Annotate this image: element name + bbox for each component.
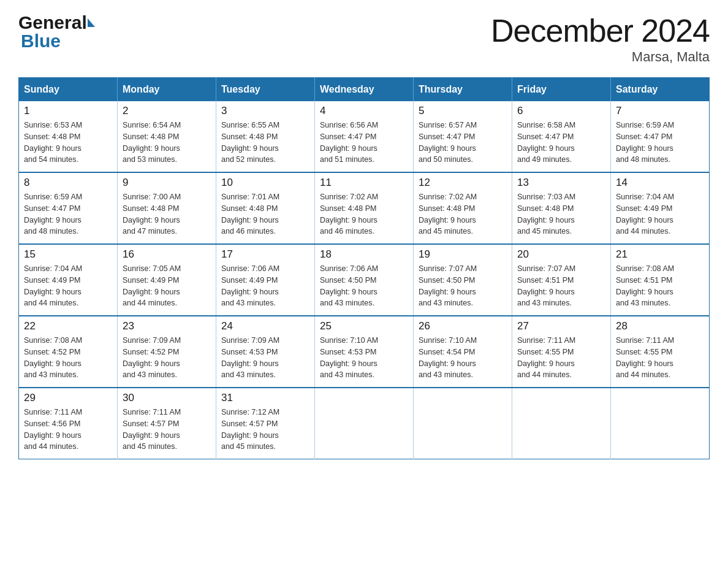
day-number: 25 bbox=[320, 320, 408, 332]
day-number: 6 bbox=[517, 105, 605, 117]
day-info: Sunrise: 6:55 AM Sunset: 4:48 PM Dayligh… bbox=[221, 120, 309, 166]
day-info: Sunrise: 7:04 AM Sunset: 4:49 PM Dayligh… bbox=[616, 191, 704, 237]
calendar-header-friday: Friday bbox=[512, 78, 611, 102]
day-info: Sunrise: 7:07 AM Sunset: 4:50 PM Dayligh… bbox=[419, 263, 507, 309]
calendar-cell: 7 Sunrise: 6:59 AM Sunset: 4:47 PM Dayli… bbox=[611, 101, 710, 172]
day-number: 28 bbox=[616, 320, 704, 332]
day-number: 18 bbox=[320, 248, 408, 261]
day-number: 13 bbox=[517, 177, 605, 189]
logo-arrow-icon bbox=[88, 18, 95, 27]
calendar-cell: 10 Sunrise: 7:01 AM Sunset: 4:48 PM Dayl… bbox=[216, 172, 315, 244]
calendar-cell bbox=[611, 388, 710, 459]
day-info: Sunrise: 6:53 AM Sunset: 4:48 PM Dayligh… bbox=[24, 120, 112, 166]
calendar-cell: 4 Sunrise: 6:56 AM Sunset: 4:47 PM Dayli… bbox=[315, 101, 414, 172]
calendar-header-thursday: Thursday bbox=[414, 78, 512, 102]
calendar-cell: 21 Sunrise: 7:08 AM Sunset: 4:51 PM Dayl… bbox=[611, 244, 710, 316]
calendar-cell: 31 Sunrise: 7:12 AM Sunset: 4:57 PM Dayl… bbox=[216, 388, 315, 459]
day-info: Sunrise: 6:54 AM Sunset: 4:48 PM Dayligh… bbox=[123, 120, 211, 166]
calendar-cell: 26 Sunrise: 7:10 AM Sunset: 4:54 PM Dayl… bbox=[414, 316, 512, 388]
day-info: Sunrise: 7:09 AM Sunset: 4:52 PM Dayligh… bbox=[123, 335, 211, 381]
logo: General Blue bbox=[18, 12, 95, 52]
calendar-cell: 2 Sunrise: 6:54 AM Sunset: 4:48 PM Dayli… bbox=[118, 101, 216, 172]
calendar-cell: 3 Sunrise: 6:55 AM Sunset: 4:48 PM Dayli… bbox=[216, 101, 315, 172]
day-info: Sunrise: 7:11 AM Sunset: 4:56 PM Dayligh… bbox=[24, 407, 112, 453]
calendar-table: SundayMondayTuesdayWednesdayThursdayFrid… bbox=[18, 77, 710, 459]
day-number: 20 bbox=[517, 248, 605, 261]
day-info: Sunrise: 6:58 AM Sunset: 4:47 PM Dayligh… bbox=[517, 120, 605, 166]
day-info: Sunrise: 7:00 AM Sunset: 4:48 PM Dayligh… bbox=[123, 191, 211, 237]
calendar-week-4: 22 Sunrise: 7:08 AM Sunset: 4:52 PM Dayl… bbox=[19, 316, 710, 388]
day-info: Sunrise: 7:06 AM Sunset: 4:49 PM Dayligh… bbox=[221, 263, 309, 309]
day-number: 11 bbox=[320, 177, 408, 189]
calendar-header-monday: Monday bbox=[118, 78, 216, 102]
day-number: 15 bbox=[24, 248, 112, 261]
day-info: Sunrise: 7:11 AM Sunset: 4:55 PM Dayligh… bbox=[616, 335, 704, 381]
calendar-cell: 22 Sunrise: 7:08 AM Sunset: 4:52 PM Dayl… bbox=[19, 316, 118, 388]
day-number: 16 bbox=[123, 248, 211, 261]
day-info: Sunrise: 6:59 AM Sunset: 4:47 PM Dayligh… bbox=[24, 191, 112, 237]
page-header: General Blue December 2024 Marsa, Malta bbox=[18, 12, 710, 65]
day-info: Sunrise: 7:10 AM Sunset: 4:54 PM Dayligh… bbox=[419, 335, 507, 381]
calendar-cell: 8 Sunrise: 6:59 AM Sunset: 4:47 PM Dayli… bbox=[19, 172, 118, 244]
day-info: Sunrise: 7:01 AM Sunset: 4:48 PM Dayligh… bbox=[221, 191, 309, 237]
day-number: 22 bbox=[24, 320, 112, 332]
day-info: Sunrise: 7:04 AM Sunset: 4:49 PM Dayligh… bbox=[24, 263, 112, 309]
day-info: Sunrise: 7:08 AM Sunset: 4:51 PM Dayligh… bbox=[616, 263, 704, 309]
calendar-week-3: 15 Sunrise: 7:04 AM Sunset: 4:49 PM Dayl… bbox=[19, 244, 710, 316]
month-title: December 2024 bbox=[491, 12, 710, 49]
calendar-cell: 17 Sunrise: 7:06 AM Sunset: 4:49 PM Dayl… bbox=[216, 244, 315, 316]
day-info: Sunrise: 7:10 AM Sunset: 4:53 PM Dayligh… bbox=[320, 335, 408, 381]
day-info: Sunrise: 7:02 AM Sunset: 4:48 PM Dayligh… bbox=[419, 191, 507, 237]
title-section: December 2024 Marsa, Malta bbox=[491, 12, 710, 65]
day-number: 29 bbox=[24, 392, 112, 404]
day-number: 19 bbox=[419, 248, 507, 261]
calendar-header-row: SundayMondayTuesdayWednesdayThursdayFrid… bbox=[19, 78, 710, 102]
calendar-week-2: 8 Sunrise: 6:59 AM Sunset: 4:47 PM Dayli… bbox=[19, 172, 710, 244]
day-number: 24 bbox=[221, 320, 309, 332]
calendar-cell: 23 Sunrise: 7:09 AM Sunset: 4:52 PM Dayl… bbox=[118, 316, 216, 388]
day-number: 3 bbox=[221, 105, 309, 117]
day-number: 30 bbox=[123, 392, 211, 404]
logo-blue-text: Blue bbox=[21, 31, 61, 52]
day-number: 1 bbox=[24, 105, 112, 117]
day-number: 21 bbox=[616, 248, 704, 261]
calendar-cell: 27 Sunrise: 7:11 AM Sunset: 4:55 PM Dayl… bbox=[512, 316, 611, 388]
day-number: 27 bbox=[517, 320, 605, 332]
calendar-cell: 11 Sunrise: 7:02 AM Sunset: 4:48 PM Dayl… bbox=[315, 172, 414, 244]
day-info: Sunrise: 7:11 AM Sunset: 4:57 PM Dayligh… bbox=[123, 407, 211, 453]
calendar-cell: 18 Sunrise: 7:06 AM Sunset: 4:50 PM Dayl… bbox=[315, 244, 414, 316]
calendar-week-5: 29 Sunrise: 7:11 AM Sunset: 4:56 PM Dayl… bbox=[19, 388, 710, 459]
calendar-cell: 14 Sunrise: 7:04 AM Sunset: 4:49 PM Dayl… bbox=[611, 172, 710, 244]
calendar-cell: 12 Sunrise: 7:02 AM Sunset: 4:48 PM Dayl… bbox=[414, 172, 512, 244]
calendar-cell: 9 Sunrise: 7:00 AM Sunset: 4:48 PM Dayli… bbox=[118, 172, 216, 244]
calendar-cell: 6 Sunrise: 6:58 AM Sunset: 4:47 PM Dayli… bbox=[512, 101, 611, 172]
day-info: Sunrise: 7:02 AM Sunset: 4:48 PM Dayligh… bbox=[320, 191, 408, 237]
day-info: Sunrise: 7:05 AM Sunset: 4:49 PM Dayligh… bbox=[123, 263, 211, 309]
day-number: 10 bbox=[221, 177, 309, 189]
day-info: Sunrise: 6:56 AM Sunset: 4:47 PM Dayligh… bbox=[320, 120, 408, 166]
calendar-header-wednesday: Wednesday bbox=[315, 78, 414, 102]
day-number: 31 bbox=[221, 392, 309, 404]
calendar-cell: 25 Sunrise: 7:10 AM Sunset: 4:53 PM Dayl… bbox=[315, 316, 414, 388]
day-info: Sunrise: 7:12 AM Sunset: 4:57 PM Dayligh… bbox=[221, 407, 309, 453]
calendar-cell bbox=[414, 388, 512, 459]
day-number: 23 bbox=[123, 320, 211, 332]
calendar-cell: 13 Sunrise: 7:03 AM Sunset: 4:48 PM Dayl… bbox=[512, 172, 611, 244]
day-number: 14 bbox=[616, 177, 704, 189]
calendar-header-sunday: Sunday bbox=[19, 78, 118, 102]
day-number: 12 bbox=[419, 177, 507, 189]
location-text: Marsa, Malta bbox=[491, 49, 710, 65]
day-number: 4 bbox=[320, 105, 408, 117]
calendar-cell: 20 Sunrise: 7:07 AM Sunset: 4:51 PM Dayl… bbox=[512, 244, 611, 316]
day-number: 26 bbox=[419, 320, 507, 332]
day-info: Sunrise: 7:09 AM Sunset: 4:53 PM Dayligh… bbox=[221, 335, 309, 381]
day-info: Sunrise: 6:59 AM Sunset: 4:47 PM Dayligh… bbox=[616, 120, 704, 166]
calendar-cell: 5 Sunrise: 6:57 AM Sunset: 4:47 PM Dayli… bbox=[414, 101, 512, 172]
logo-general-text: General bbox=[18, 12, 87, 33]
calendar-cell: 1 Sunrise: 6:53 AM Sunset: 4:48 PM Dayli… bbox=[19, 101, 118, 172]
calendar-header-saturday: Saturday bbox=[611, 78, 710, 102]
day-info: Sunrise: 7:11 AM Sunset: 4:55 PM Dayligh… bbox=[517, 335, 605, 381]
day-number: 5 bbox=[419, 105, 507, 117]
calendar-week-1: 1 Sunrise: 6:53 AM Sunset: 4:48 PM Dayli… bbox=[19, 101, 710, 172]
calendar-cell: 30 Sunrise: 7:11 AM Sunset: 4:57 PM Dayl… bbox=[118, 388, 216, 459]
